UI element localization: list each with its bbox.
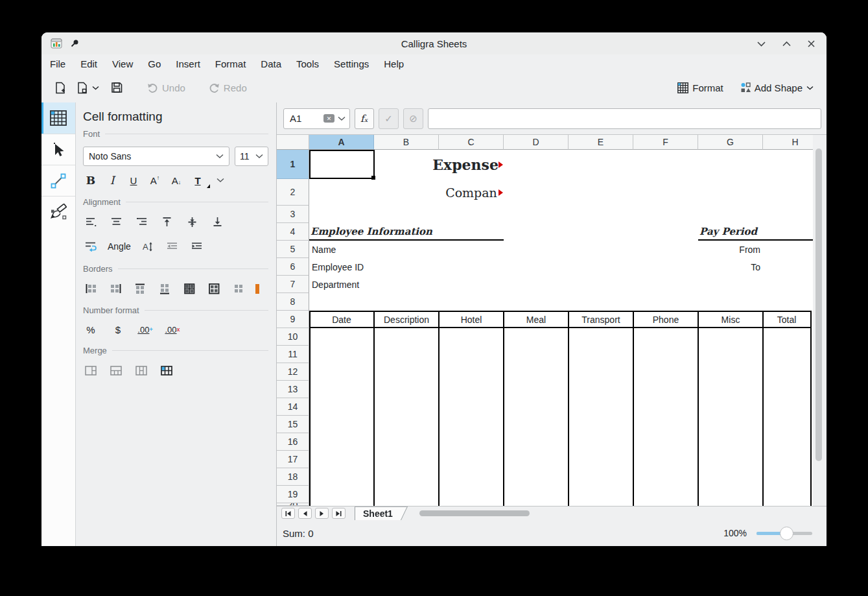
zoom-slider[interactable] <box>757 527 812 540</box>
menu-go[interactable]: Go <box>148 58 161 69</box>
border-all-button[interactable] <box>182 280 197 297</box>
row-header[interactable]: 7 <box>277 276 309 293</box>
horizontal-scrollbar-thumb[interactable] <box>419 510 530 516</box>
cell-c1[interactable]: Expense <box>439 150 504 179</box>
column-header-h[interactable]: H <box>763 135 813 150</box>
row-header[interactable]: 13 <box>277 381 309 398</box>
row-header[interactable]: 12 <box>277 363 309 381</box>
border-color-swatch[interactable] <box>255 284 259 294</box>
unmerge-cells-button[interactable] <box>159 362 174 379</box>
row-header[interactable]: 14 <box>277 398 309 416</box>
selection-tool-button[interactable] <box>41 134 75 165</box>
first-sheet-button[interactable] <box>281 508 295 519</box>
bold-button[interactable]: B <box>83 172 99 189</box>
maximize-button[interactable] <box>782 41 791 47</box>
row-header[interactable]: 19 <box>277 486 309 503</box>
cell-b9[interactable]: Description <box>375 312 438 327</box>
border-top-button[interactable] <box>132 280 148 297</box>
select-all-corner[interactable] <box>277 135 309 150</box>
new-document-button[interactable] <box>51 79 70 97</box>
column-header-b[interactable]: B <box>374 135 439 150</box>
row-header[interactable]: 9 <box>277 311 309 328</box>
font-size-select[interactable]: 11 <box>235 147 268 166</box>
cell-canvas[interactable]: Expense Compan Employee Information Pay … <box>309 150 813 506</box>
font-color-chevron-icon[interactable] <box>217 178 224 183</box>
underline-button[interactable]: U <box>126 172 141 189</box>
format-button[interactable]: Format <box>674 80 727 96</box>
close-button[interactable] <box>808 40 815 47</box>
font-family-select[interactable]: Noto Sans <box>83 147 229 166</box>
cell-g5[interactable]: From <box>698 241 760 258</box>
align-bottom-button[interactable] <box>209 213 225 230</box>
connector-tool-button[interactable] <box>41 165 75 196</box>
menu-insert[interactable]: Insert <box>176 58 200 69</box>
column-header-c[interactable]: C <box>439 135 504 150</box>
next-sheet-button[interactable] <box>315 508 329 519</box>
align-middle-button[interactable] <box>184 213 200 230</box>
row-header[interactable]: 4 <box>277 223 309 241</box>
column-header-g[interactable]: G <box>698 135 763 150</box>
border-left-button[interactable] <box>83 280 99 297</box>
increase-precision-button[interactable]: .00+ <box>137 321 153 338</box>
row-header[interactable]: 15 <box>277 416 309 433</box>
previous-sheet-button[interactable] <box>298 508 312 519</box>
menu-file[interactable]: File <box>50 58 65 69</box>
cell-g4[interactable]: Pay Period <box>699 223 813 240</box>
border-none-button[interactable] <box>231 280 246 297</box>
row-header[interactable]: 18 <box>277 468 309 486</box>
titlebar[interactable]: Calligra Sheets <box>41 32 827 54</box>
column-header-d[interactable]: D <box>504 135 569 150</box>
cell-d9[interactable]: Meal <box>505 312 567 327</box>
insert-function-button[interactable]: fₓ <box>355 108 374 129</box>
row-header[interactable]: 3 <box>277 206 309 223</box>
italic-button[interactable]: I <box>104 172 120 189</box>
menu-format[interactable]: Format <box>215 58 246 69</box>
cell-g6[interactable]: To <box>698 258 760 276</box>
menu-help[interactable]: Help <box>384 58 404 69</box>
cell-tool-button[interactable] <box>41 102 75 134</box>
cell-f9[interactable]: Phone <box>635 312 697 327</box>
zoom-slider-knob[interactable] <box>780 527 793 540</box>
cell-a7[interactable]: Department <box>312 276 439 293</box>
selection-handle[interactable] <box>371 176 375 180</box>
row-header[interactable]: 10 <box>277 328 309 346</box>
align-left-button[interactable] <box>83 213 99 230</box>
cell-c9[interactable]: Hotel <box>440 312 502 327</box>
merge-horizontal-button[interactable] <box>108 362 124 379</box>
menu-tools[interactable]: Tools <box>296 58 319 69</box>
row-header[interactable]: 6 <box>277 258 309 276</box>
last-sheet-button[interactable] <box>332 508 346 519</box>
sheet-tab[interactable]: Sheet1 <box>355 507 407 520</box>
row-header[interactable]: 20 <box>277 503 309 506</box>
menu-view[interactable]: View <box>112 58 133 69</box>
row-header[interactable]: 2 <box>277 179 309 206</box>
menu-data[interactable]: Data <box>261 58 281 69</box>
wrap-text-button[interactable] <box>83 238 99 255</box>
menu-edit[interactable]: Edit <box>80 58 97 69</box>
row-header[interactable]: 8 <box>277 293 309 311</box>
cell-e9[interactable]: Transport <box>570 312 632 327</box>
row-header[interactable]: 16 <box>277 433 309 451</box>
column-header-f[interactable]: F <box>633 135 698 150</box>
row-header[interactable]: 5 <box>277 241 309 258</box>
vertical-scrollbar-thumb[interactable] <box>815 149 822 461</box>
vertical-text-button[interactable]: A <box>140 238 156 255</box>
shrink-font-button[interactable]: A↓ <box>169 172 184 189</box>
minimize-button[interactable] <box>757 41 766 47</box>
currency-format-button[interactable]: $ <box>110 321 126 338</box>
cell-a5[interactable]: Name <box>312 241 439 258</box>
cell-selection-a1[interactable] <box>309 150 375 179</box>
grow-font-button[interactable]: A↑ <box>147 172 163 189</box>
border-outer-button[interactable] <box>206 280 222 297</box>
align-top-button[interactable] <box>159 213 174 230</box>
vertical-scrollbar[interactable] <box>814 135 824 506</box>
row-header[interactable]: 1 <box>277 150 309 179</box>
open-document-button[interactable] <box>73 79 103 97</box>
cell-a9[interactable]: Date <box>311 312 373 327</box>
cell-a4[interactable]: Employee Information <box>311 223 505 240</box>
cell-g9[interactable]: Misc <box>699 312 762 327</box>
column-header-a[interactable]: A <box>309 135 374 150</box>
cell-reference-combo[interactable]: A1 ✕ <box>283 108 350 129</box>
decrease-precision-button[interactable]: .00x <box>165 321 180 338</box>
cell-a6[interactable]: Employee ID <box>312 258 439 276</box>
